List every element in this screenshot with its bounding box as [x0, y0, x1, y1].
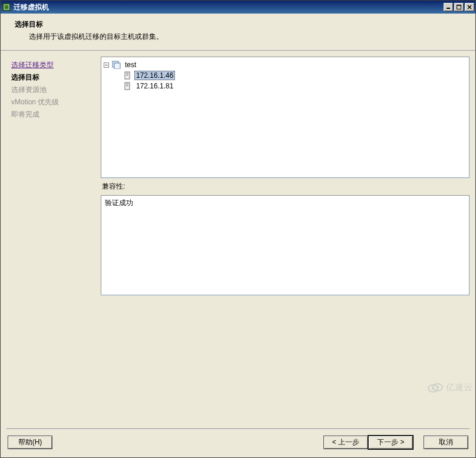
host-icon [123, 81, 132, 91]
svg-rect-8 [114, 63, 120, 69]
wizard-header: 选择目标 选择用于该虚拟机迁移的目标主机或群集。 [1, 14, 475, 51]
wizard-step-resource-pool: 选择资源池 [11, 84, 96, 96]
tree-host-label[interactable]: 172.16.1.81 [134, 82, 175, 90]
wizard-body: 选择迁移类型 选择目标 选择资源池 vMotion 优先级 即将完成 − tes… [1, 51, 475, 426]
tree-collapse-icon[interactable]: − [104, 62, 109, 68]
tree-host-label[interactable]: 172.16.1.46 [134, 71, 175, 80]
maximize-button[interactable] [454, 3, 464, 11]
tree-root-label[interactable]: test [123, 61, 138, 69]
tree-host-item[interactable]: 172.16.1.81 [123, 81, 467, 91]
host-icon [123, 71, 132, 80]
compatibility-message: 验证成功 [105, 198, 465, 208]
help-button[interactable]: 帮助(H) [8, 436, 52, 449]
wizard-step-vmotion-priority: vMotion 优先级 [11, 96, 96, 108]
cluster-icon [111, 60, 121, 70]
minimize-button[interactable] [444, 3, 453, 11]
compatibility-box: 验证成功 [101, 195, 470, 295]
back-button[interactable]: < 上一步 [323, 436, 368, 449]
wizard-step-migration-type[interactable]: 选择迁移类型 [11, 59, 96, 71]
page-title: 选择目标 [15, 19, 465, 29]
titlebar: 迁移虚拟机 [1, 1, 475, 14]
window-title: 迁移虚拟机 [14, 2, 442, 12]
wizard-window: 迁移虚拟机 选择目标 选择用于该虚拟机迁移的目标主机或群集。 选择迁移类型 选择… [0, 0, 476, 458]
compatibility-label: 兼容性: [101, 182, 470, 192]
wizard-step-select-destination[interactable]: 选择目标 [11, 71, 96, 84]
next-button[interactable]: 下一步 > [368, 436, 413, 449]
tree-root[interactable]: − test [104, 60, 467, 70]
destination-tree[interactable]: − test 172.16.1.46 [101, 57, 470, 178]
cancel-button[interactable]: 取消 [424, 436, 468, 449]
app-icon [2, 2, 11, 12]
wizard-step-ready-complete: 即将完成 [11, 108, 96, 121]
page-description: 选择用于该虚拟机迁移的目标主机或群集。 [15, 32, 465, 42]
close-button[interactable] [465, 3, 474, 11]
wizard-steps: 选择迁移类型 选择目标 选择资源池 vMotion 优先级 即将完成 [6, 57, 101, 426]
content-area: − test 172.16.1.46 [101, 57, 470, 426]
tree-host-item[interactable]: 172.16.1.46 [123, 70, 467, 81]
wizard-footer: 帮助(H) < 上一步 下一步 > 取消 [1, 430, 475, 457]
